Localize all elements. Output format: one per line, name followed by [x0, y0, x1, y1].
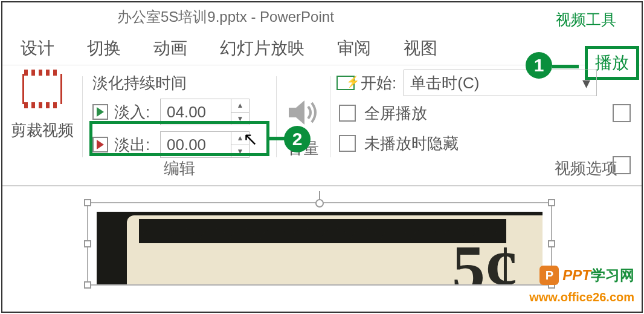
group-label-edit: 编辑 — [83, 158, 276, 179]
tab-review[interactable]: 审阅 — [337, 37, 371, 60]
resize-handle-tr[interactable] — [548, 199, 555, 206]
right-options-column — [610, 94, 639, 174]
group-trim-video: 剪裁视频 — [2, 65, 82, 185]
fade-out-icon — [92, 137, 108, 152]
svg-marker-0 — [289, 100, 304, 125]
rotate-handle[interactable] — [315, 199, 324, 208]
window-title: 办公室5S培训9.pptx - PowerPoint — [117, 7, 334, 27]
video-preview: 5¢ — [97, 212, 543, 284]
fade-duration-label: 淡化持续时间 — [92, 73, 270, 94]
contextual-tab-video-tools[interactable]: 视频工具 — [544, 6, 628, 33]
resize-handle-l[interactable] — [84, 240, 91, 247]
fade-in-spinner[interactable]: ▲▼ — [231, 99, 250, 125]
tab-slideshow[interactable]: 幻灯片放映 — [220, 37, 304, 60]
video-object-selection[interactable]: 5¢ — [87, 202, 552, 286]
start-dropdown-value: 单击时(C) — [410, 73, 479, 94]
tab-design[interactable]: 设计 — [21, 37, 54, 60]
callout-connector-1 — [552, 65, 579, 68]
resize-handle-r[interactable] — [548, 240, 555, 247]
group-volume: 音量 — [277, 65, 330, 185]
resize-handle-bl[interactable] — [84, 281, 91, 289]
fade-out-input[interactable]: 00.00 — [160, 131, 231, 158]
resize-handle-tl[interactable] — [84, 199, 91, 206]
start-label: 开始: — [361, 73, 396, 94]
chevron-down-icon: ▾ — [582, 74, 590, 93]
fullscreen-checkbox[interactable] — [339, 105, 356, 122]
fade-in-input[interactable]: 04.00 — [160, 99, 231, 125]
watermark-url-1: www.office26.com — [529, 290, 634, 304]
hide-not-playing-label: 未播放时隐藏 — [364, 133, 459, 154]
fade-in-label: 淡入: — [114, 102, 160, 123]
loop-checkbox[interactable] — [613, 104, 631, 122]
tab-animation[interactable]: 动画 — [153, 37, 187, 60]
fullscreen-label: 全屏播放 — [364, 103, 427, 124]
start-play-icon: ⚡ — [336, 76, 355, 90]
trim-video-button[interactable]: 剪裁视频 — [11, 120, 74, 141]
group-label-video-options: 视频选项 — [555, 158, 617, 179]
tab-transition[interactable]: 切换 — [87, 37, 121, 60]
callout-connector-2 — [268, 137, 286, 140]
film-strip-icon[interactable] — [22, 74, 62, 104]
callout-badge-1: 1 — [526, 52, 552, 79]
fade-out-label: 淡出: — [114, 134, 160, 155]
watermark-logo-1: P PPT学习网 — [539, 266, 634, 285]
watermark-badge-icon: P — [539, 266, 559, 285]
group-video-options: ⚡ 开始: 单击时(C) ▾ 全屏播放 未播放时隐藏 视频选项 — [330, 65, 642, 185]
fade-in-icon — [92, 104, 108, 120]
tab-view[interactable]: 视图 — [404, 37, 437, 60]
group-edit: 淡化持续时间 淡入: 04.00 ▲▼ 淡出: 00.00 ▲▼ 编辑 — [83, 65, 276, 185]
video-preview-text: 5¢ — [452, 231, 518, 284]
start-dropdown[interactable]: 单击时(C) ▾ — [404, 70, 597, 96]
callout-badge-2: 2 — [284, 126, 311, 152]
rewind-checkbox[interactable] — [613, 156, 631, 174]
hide-not-playing-checkbox[interactable] — [339, 135, 356, 152]
fade-out-spinner[interactable]: ▲▼ — [231, 131, 250, 158]
